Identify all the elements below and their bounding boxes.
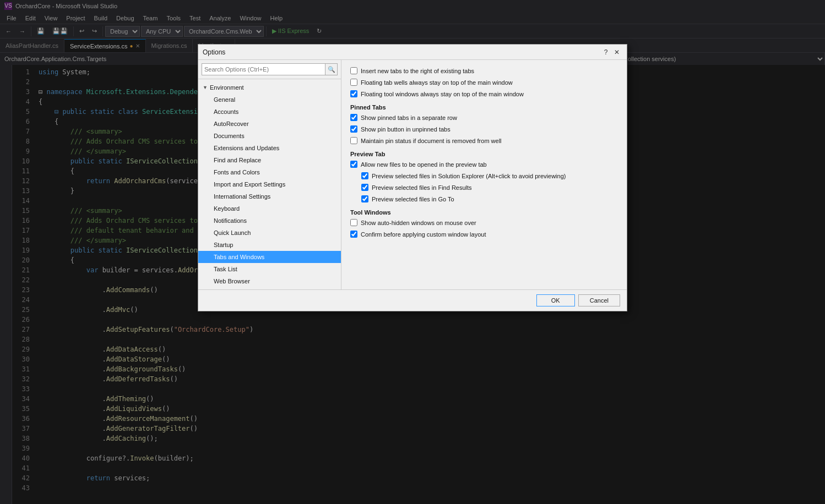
dialog-help-btn[interactable]: ?	[600, 47, 611, 58]
dialog-body: 🔍 ▼ Environment General Accounts	[198, 60, 627, 289]
tree-root-label: Environment	[210, 83, 244, 92]
opt-allowpreview-label: Allow new files to be opened in the prev…	[361, 160, 487, 169]
dialog-overlay: Options ? ✕ 🔍 ▼ Environment	[0, 0, 825, 504]
tree-child-label: Documents	[214, 131, 245, 141]
tree-child-label: Web Browser	[214, 276, 250, 286]
tool-windows-header: Tool Windows	[350, 209, 618, 216]
option-row-pinstatus: Maintain pin status if document is remov…	[350, 136, 618, 145]
tree-item-tabswindows[interactable]: Tabs and Windows	[198, 251, 341, 263]
option-row-previewsolution: Preview selected files in Solution Explo…	[361, 172, 618, 180]
tree-item-general[interactable]: General	[198, 94, 341, 106]
opt-previewsolution-label: Preview selected files in Solution Explo…	[372, 172, 566, 180]
cancel-button[interactable]: Cancel	[578, 294, 620, 306]
opt-previewgoto-label: Preview selected files in Go To	[372, 195, 454, 204]
tree-child-label: Task List	[214, 264, 237, 274]
opt-confirmlayout-checkbox[interactable]	[350, 231, 357, 238]
opt-autohidden-checkbox[interactable]	[350, 219, 357, 226]
dialog-tree-panel: 🔍 ▼ Environment General Accounts	[198, 60, 341, 289]
tree-item-fontscolors[interactable]: Fonts and Colors	[198, 166, 341, 178]
tree-child-label: Startup	[214, 240, 233, 250]
tree-item-accounts[interactable]: Accounts	[198, 106, 341, 118]
opt-previewgoto-checkbox[interactable]	[361, 195, 368, 202]
option-row-floatingtabwells: Floating tab wells always stay on top of…	[350, 78, 618, 87]
option-row-inserttabs: Insert new tabs to the right of existing…	[350, 67, 618, 75]
opt-allowpreview-checkbox[interactable]	[350, 161, 357, 168]
tree-item-findreplace[interactable]: Find and Replace	[198, 154, 341, 166]
option-row-pinnedrow: Show pinned tabs in a separate row	[350, 113, 618, 122]
opt-pinbutton-checkbox[interactable]	[350, 125, 357, 133]
tree-item-international[interactable]: International Settings	[198, 190, 341, 202]
tree-child-label: International Settings	[214, 191, 270, 201]
opt-previewfindresults-checkbox[interactable]	[361, 184, 368, 191]
opt-inserttabs-label: Insert new tabs to the right of existing…	[361, 67, 474, 75]
option-row-floatingtoolwindows: Floating tool windows always stay on top…	[350, 90, 618, 98]
option-row-previewgoto: Preview selected files in Go To	[361, 195, 618, 204]
preview-tab-header: Preview Tab	[350, 151, 618, 157]
tree-item-keyboard[interactable]: Keyboard	[198, 202, 341, 215]
tree-item-documents[interactable]: Documents	[198, 130, 341, 142]
dialog-footer: OK Cancel	[198, 289, 627, 311]
ok-button[interactable]: OK	[536, 294, 575, 306]
option-row-previewfindresults: Preview selected files in Find Results	[361, 183, 618, 192]
opt-pinbutton-label: Show pin button in unpinned tabs	[361, 125, 451, 134]
opt-pinstatus-label: Maintain pin status if document is remov…	[361, 136, 502, 145]
tree-child-label: Extensions and Updates	[214, 143, 279, 153]
tree-container: ▼ Environment General Accounts AutoRecov…	[198, 79, 341, 289]
tree-item-startup[interactable]: Startup	[198, 239, 341, 251]
tree-child-label: AutoRecover	[214, 119, 249, 129]
search-icon[interactable]: 🔍	[325, 63, 338, 75]
tree-child-label: Import and Export Settings	[214, 179, 285, 189]
options-search-input[interactable]	[202, 63, 325, 75]
option-row-allowpreview: Allow new files to be opened in the prev…	[350, 160, 618, 169]
opt-pinstatus-checkbox[interactable]	[350, 137, 357, 144]
opt-floatingtabwells-label: Floating tab wells always stay on top of…	[361, 78, 513, 87]
tree-item-tasklist[interactable]: Task List	[198, 263, 341, 275]
tree-item-environment[interactable]: ▼ Environment	[198, 81, 341, 94]
opt-autohidden-label: Show auto-hidden windows on mouse over	[361, 218, 476, 227]
tree-item-notifications[interactable]: Notifications	[198, 215, 341, 227]
dialog-title: Options	[203, 48, 600, 56]
pinned-tabs-header: Pinned Tabs	[350, 104, 618, 111]
tree-item-importexport[interactable]: Import and Export Settings	[198, 178, 341, 190]
opt-floatingtoolwindows-checkbox[interactable]	[350, 90, 357, 97]
opt-pinnedrow-checkbox[interactable]	[350, 114, 357, 121]
dialog-options-panel: Insert new tabs to the right of existing…	[341, 60, 627, 289]
option-row-autohidden: Show auto-hidden windows on mouse over	[350, 218, 618, 227]
opt-confirmlayout-label: Confirm before applying custom window la…	[361, 230, 486, 239]
tree-child-label: Accounts	[214, 107, 238, 117]
opt-previewsolution-checkbox[interactable]	[361, 172, 368, 179]
tree-child-label: Keyboard	[214, 204, 240, 213]
opt-floatingtoolwindows-label: Floating tool windows always stay on top…	[361, 90, 524, 98]
dialog-title-bar: Options ? ✕	[198, 45, 627, 60]
tree-child-label: Fonts and Colors	[214, 167, 260, 177]
dialog-close-btn[interactable]: ✕	[611, 47, 622, 58]
opt-floatingtabwells-checkbox[interactable]	[350, 79, 357, 86]
tree-item-autorecover[interactable]: AutoRecover	[198, 118, 341, 130]
tree-item-extensions[interactable]: Extensions and Updates	[198, 142, 341, 154]
opt-previewfindresults-label: Preview selected files in Find Results	[372, 183, 472, 192]
option-row-confirmlayout: Confirm before applying custom window la…	[350, 230, 618, 239]
tree-child-label: General	[214, 95, 235, 105]
options-dialog: Options ? ✕ 🔍 ▼ Environment	[198, 44, 627, 311]
opt-inserttabs-checkbox[interactable]	[350, 67, 357, 74]
tree-item-webbrowser[interactable]: Web Browser	[198, 275, 341, 287]
tree-child-label: Tabs and Windows	[214, 252, 264, 262]
tree-child-label: Notifications	[214, 216, 247, 226]
tree-child-label: Quick Launch	[214, 228, 251, 238]
option-row-pinbutton: Show pin button in unpinned tabs	[350, 125, 618, 134]
tree-expand-arrow: ▼	[203, 83, 208, 92]
opt-pinnedrow-label: Show pinned tabs in a separate row	[361, 113, 457, 122]
tree-item-quicklaunch[interactable]: Quick Launch	[198, 227, 341, 239]
tree-child-label: Find and Replace	[214, 155, 261, 165]
search-box-container: 🔍	[198, 60, 341, 79]
